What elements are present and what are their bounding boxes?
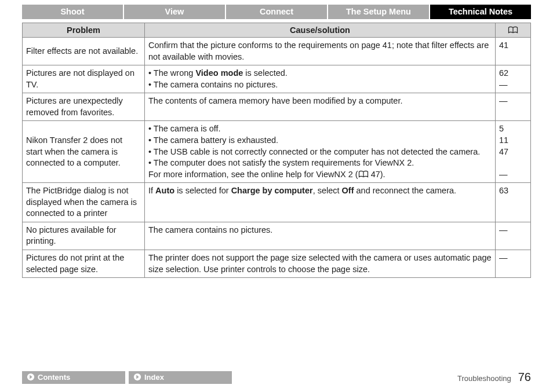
col-problem: Problem — [23, 23, 145, 38]
table-row: Filter effects are not available. Confir… — [23, 38, 531, 65]
tab-setup[interactable]: The Setup Menu — [328, 5, 430, 19]
tab-connect[interactable]: Connect — [226, 5, 328, 19]
contents-button[interactable]: Contents — [22, 371, 125, 384]
pageref-cell: — — [496, 93, 531, 121]
problem-cell: No pictures available for printing. — [23, 222, 145, 250]
cause-cell: The camera contains no pictures. — [145, 222, 496, 250]
cause-text: If — [148, 186, 155, 195]
cause-cell: • The wrong Video mode is selected. • Th… — [145, 65, 496, 93]
cause-text: The camera is off. — [154, 124, 221, 133]
cause-text: The USB cable is not correctly connected… — [154, 147, 480, 156]
problem-cell: Pictures do not print at the selected pa… — [23, 250, 145, 278]
index-label: Index — [144, 373, 164, 382]
pageref-cell[interactable]: 41 — [496, 38, 531, 65]
problem-cell: Pictures are unexpectedly removed from f… — [23, 93, 145, 121]
cause-text: is selected for — [174, 186, 231, 195]
col-cause: Cause/solution — [145, 23, 496, 38]
pageref-cell: — — [496, 222, 531, 250]
cause-cell: • The camera is off. • The camera batter… — [145, 121, 496, 183]
pageref-cell: — — [496, 250, 531, 278]
tab-view[interactable]: View — [124, 5, 226, 19]
cause-text: , select — [313, 186, 342, 195]
page-number: 76 — [518, 371, 531, 384]
table-row: Pictures are not displayed on TV. • The … — [23, 65, 531, 93]
pageref-cell[interactable]: 62 — — [496, 65, 531, 93]
index-button[interactable]: Index — [129, 371, 232, 384]
troubleshoot-table: Problem Cause/solution Filter effects ar… — [22, 23, 531, 278]
top-tabs: Shoot View Connect The Setup Menu Techni… — [22, 5, 531, 19]
problem-cell: The PictBridge dialog is not displayed w… — [23, 183, 145, 222]
cause-cell: The printer does not support the page si… — [145, 250, 496, 278]
cause-bold: Off — [342, 186, 354, 195]
table-row: The PictBridge dialog is not displayed w… — [23, 183, 531, 222]
cause-text: The camera battery is exhausted. — [154, 135, 278, 145]
cause-text: and reconnect the camera. — [354, 186, 457, 195]
cause-text: The camera contains no pictures. — [154, 80, 278, 89]
book-icon — [508, 26, 518, 34]
tab-shoot[interactable]: Shoot — [22, 5, 124, 19]
cause-bold: Auto — [155, 186, 174, 195]
table-row: No pictures available for printing. The … — [23, 222, 531, 250]
footer-right: Troubleshooting 76 — [457, 371, 531, 384]
cause-cell: The contents of camera memory have been … — [145, 93, 496, 121]
book-icon — [358, 170, 369, 178]
cause-cell: If Auto is selected for Charge by comput… — [145, 183, 496, 222]
pageref-cell[interactable]: 63 — [496, 183, 531, 222]
cause-text: is selected. — [243, 68, 288, 78]
problem-cell: Pictures are not displayed on TV. — [23, 65, 145, 93]
arrow-circle-icon — [27, 373, 35, 381]
table-row: Pictures do not print at the selected pa… — [23, 250, 531, 278]
cause-text: The wrong — [154, 68, 196, 78]
table-row: Nikon Transfer 2 does not start when the… — [23, 121, 531, 183]
cause-text: The computer does not satisfy the system… — [154, 158, 414, 167]
footer-bar: Contents Index Troubleshooting 76 — [22, 371, 531, 384]
table-row: Pictures are unexpectedly removed from f… — [23, 93, 531, 121]
arrow-circle-icon — [133, 373, 141, 381]
cause-bold: Video mode — [195, 68, 243, 78]
cause-text: 47). — [369, 170, 385, 179]
pageref-cell[interactable]: 5 11 47 — — [496, 121, 531, 183]
cause-cell: Confirm that the picture conforms to the… — [145, 38, 496, 65]
contents-label: Contents — [38, 373, 70, 382]
cause-text: For more information, see the online hel… — [148, 170, 358, 179]
section-label: Troubleshooting — [457, 374, 511, 383]
problem-cell: Nikon Transfer 2 does not start when the… — [23, 121, 145, 183]
col-pageref — [496, 23, 531, 38]
cause-bold: Charge by computer — [231, 186, 313, 195]
tab-technotes[interactable]: Technical Notes — [430, 5, 531, 19]
problem-cell: Filter effects are not available. — [23, 38, 145, 65]
